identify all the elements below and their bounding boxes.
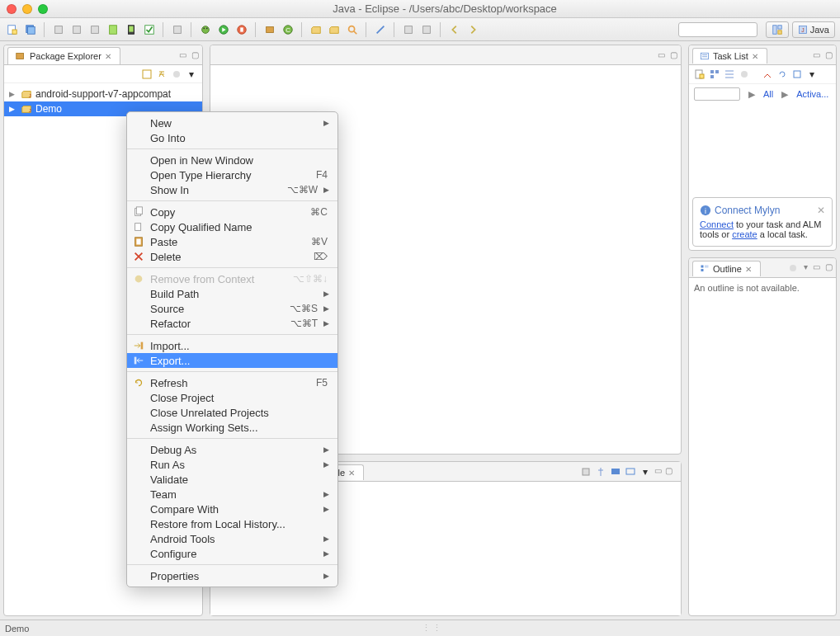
minimize-icon[interactable]: ▭	[179, 50, 186, 59]
menu-build-path[interactable]: Build Path	[127, 286, 337, 301]
filter-activate-link[interactable]: Activa...	[796, 89, 828, 99]
new-class-icon[interactable]: C	[281, 22, 295, 37]
new-task-icon[interactable]	[694, 68, 706, 80]
toolbar-icon[interactable]	[51, 22, 66, 37]
maximize-icon[interactable]: ▢	[665, 466, 672, 478]
menu-copy-qualified[interactable]: Copy Qualified Name	[127, 219, 337, 234]
task-search-input[interactable]	[694, 87, 740, 101]
link-editor-icon[interactable]	[156, 68, 168, 80]
nav-icon[interactable]	[401, 22, 416, 37]
menu-android-tools[interactable]: Android Tools	[127, 531, 337, 546]
menu-show-in[interactable]: Show In⌥⌘W	[127, 182, 337, 197]
debug-icon[interactable]	[198, 22, 213, 37]
wand-icon[interactable]	[373, 22, 388, 37]
open-perspective-button[interactable]	[766, 21, 789, 38]
close-icon[interactable]: ✕	[752, 52, 760, 60]
toolbar-icon[interactable]	[69, 22, 84, 37]
collapse-icon[interactable]	[791, 68, 803, 80]
menu-go-into[interactable]: Go Into	[127, 130, 337, 145]
task-tool-icon[interactable]	[762, 68, 773, 80]
view-menu-icon[interactable]: ▾	[186, 68, 197, 80]
menu-import[interactable]: Import...	[127, 338, 337, 353]
checkbox-icon[interactable]	[142, 22, 157, 37]
menu-source[interactable]: Source⌥⌘S	[127, 301, 337, 316]
android-avd-icon[interactable]	[124, 22, 139, 37]
categorized-icon[interactable]	[709, 68, 720, 80]
minimize-window-icon[interactable]	[22, 4, 32, 14]
view-menu-icon[interactable]: ▾	[639, 466, 651, 478]
maximize-icon[interactable]: ▢	[191, 50, 199, 59]
pin-console-icon[interactable]	[595, 466, 606, 478]
open-task-icon[interactable]	[327, 22, 342, 37]
menu-export[interactable]: Export...	[127, 353, 337, 368]
minimize-icon[interactable]: ▭	[813, 262, 820, 274]
run-icon[interactable]	[216, 22, 231, 37]
scheduled-icon[interactable]	[724, 68, 735, 80]
minimize-icon[interactable]: ▭	[654, 466, 662, 478]
menu-paste[interactable]: Paste⌘V	[127, 234, 337, 249]
menu-debug-as[interactable]: Debug As	[127, 442, 337, 457]
menu-copy[interactable]: Copy⌘C	[127, 205, 337, 219]
filter-all-link[interactable]: All	[763, 89, 773, 99]
menu-close-unrelated[interactable]: Close Unrelated Projects	[127, 405, 337, 420]
menu-refactor[interactable]: Refactor⌥⌘T	[127, 316, 337, 331]
connect-link[interactable]: Connect	[700, 219, 734, 229]
maximize-icon[interactable]: ▢	[670, 50, 677, 59]
task-list-tab[interactable]: Task List ✕	[692, 48, 767, 64]
open-console-icon[interactable]	[625, 466, 636, 478]
view-menu-icon[interactable]: ▾	[806, 68, 818, 80]
menu-open-new-window[interactable]: Open in New Window	[127, 153, 337, 167]
close-icon[interactable]: ✕	[745, 265, 753, 273]
toolbar-icon[interactable]	[170, 22, 185, 37]
menu-validate[interactable]: Validate	[127, 472, 337, 487]
view-menu-icon[interactable]: ▾	[804, 262, 808, 274]
close-icon[interactable]: ✕	[348, 469, 356, 477]
save-all-icon[interactable]	[23, 22, 38, 37]
menu-restore-local-history[interactable]: Restore from Local History...	[127, 516, 337, 531]
menu-close-project[interactable]: Close Project	[127, 390, 337, 405]
tree-item-android-support[interactable]: ▶ J android-support-v7-appcompat	[4, 87, 202, 101]
quick-access-input[interactable]	[678, 22, 757, 37]
run-ext-icon[interactable]	[234, 22, 249, 37]
close-icon[interactable]: ✕	[105, 52, 113, 60]
focus-icon[interactable]	[787, 262, 799, 274]
menu-new[interactable]: New	[127, 115, 337, 130]
new-wizard-icon[interactable]	[5, 22, 20, 37]
focus-icon[interactable]	[739, 68, 750, 80]
minimize-icon[interactable]: ▭	[658, 50, 665, 59]
maximize-icon[interactable]: ▢	[825, 50, 833, 59]
menu-configure[interactable]: Configure	[127, 546, 337, 561]
nav-icon[interactable]	[419, 22, 434, 37]
focus-task-icon[interactable]	[171, 68, 182, 80]
console-toolbar-icon[interactable]	[580, 466, 592, 478]
chevron-right-icon[interactable]: ▶	[748, 89, 755, 100]
close-window-icon[interactable]	[7, 4, 17, 14]
menu-assign-working-sets[interactable]: Assign Working Sets...	[127, 420, 337, 435]
collapse-all-icon[interactable]	[141, 68, 153, 80]
display-console-icon[interactable]	[610, 466, 621, 478]
synchronize-icon[interactable]	[776, 68, 788, 80]
java-perspective-button[interactable]: JJava	[792, 21, 835, 38]
new-package-icon[interactable]	[262, 22, 277, 37]
close-icon[interactable]: ✕	[817, 205, 825, 216]
disclosure-icon[interactable]: ▶	[9, 105, 17, 113]
search-icon[interactable]	[345, 22, 360, 37]
forward-icon[interactable]	[465, 22, 480, 37]
menu-refresh[interactable]: RefreshF5	[127, 375, 337, 390]
menu-run-as[interactable]: Run As	[127, 457, 337, 472]
open-type-icon[interactable]	[309, 22, 323, 37]
package-explorer-tab[interactable]: Package Explorer ✕	[7, 47, 120, 64]
android-sdk-icon[interactable]	[106, 22, 120, 37]
zoom-window-icon[interactable]	[38, 4, 48, 14]
chevron-right-icon[interactable]: ▶	[781, 89, 788, 100]
menu-team[interactable]: Team	[127, 487, 337, 502]
disclosure-icon[interactable]: ▶	[9, 90, 17, 98]
menu-open-type-hierarchy[interactable]: Open Type HierarchyF4	[127, 167, 337, 182]
menu-delete[interactable]: Delete⌦	[127, 249, 337, 264]
maximize-icon[interactable]: ▢	[825, 262, 833, 274]
menu-properties[interactable]: Properties	[127, 568, 337, 583]
menu-compare-with[interactable]: Compare With	[127, 502, 337, 516]
minimize-icon[interactable]: ▭	[813, 50, 820, 59]
back-icon[interactable]	[447, 22, 462, 37]
outline-tab[interactable]: Outline ✕	[692, 261, 761, 276]
